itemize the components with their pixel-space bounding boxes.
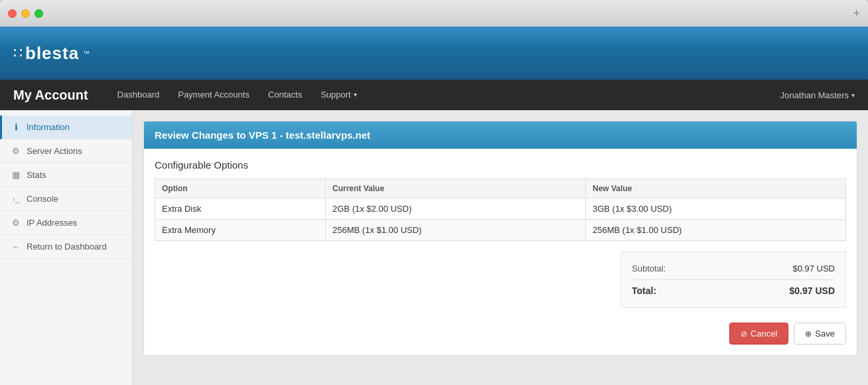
save-icon: ⊕ xyxy=(805,329,812,339)
sidebar-item-stats[interactable]: ▦ Stats xyxy=(0,163,132,187)
nav-links: Dashboard Payment Accounts Contacts Supp… xyxy=(108,80,780,110)
save-button[interactable]: ⊕ Save xyxy=(794,323,846,345)
new-value: 3GB (1x $3.00 USD) xyxy=(586,198,846,220)
sidebar-item-ip-addresses[interactable]: ⚙ IP Addresses xyxy=(0,211,132,235)
col-current-value: Current Value xyxy=(326,179,586,198)
cancel-label: Cancel xyxy=(751,329,777,339)
new-tab-button[interactable]: + xyxy=(853,7,860,19)
app-header: ∷ blesta™ xyxy=(0,27,868,80)
sidebar-item-return-dashboard[interactable]: ← Return to Dashboard xyxy=(0,235,132,259)
support-dropdown-arrow: ▾ xyxy=(354,80,357,110)
sidebar-label-server-actions: Server Actions xyxy=(27,146,82,156)
user-menu[interactable]: Jonathan Masters ▾ xyxy=(780,90,855,100)
subtotal-label: Subtotal: xyxy=(632,264,666,273)
nav-item-dashboard[interactable]: Dashboard xyxy=(108,80,169,110)
back-arrow-icon: ← xyxy=(11,242,21,252)
main-card: Review Changes to VPS 1 - test.stellarvp… xyxy=(143,121,857,356)
totals-section: Subtotal: $0.97 USD Total: $0.97 USD xyxy=(155,252,846,317)
sidebar-label-stats: Stats xyxy=(27,170,46,180)
sidebar-label-ip-addresses: IP Addresses xyxy=(27,218,77,228)
sidebar-item-server-actions[interactable]: ⚙ Server Actions xyxy=(0,139,132,163)
nav-bar: My Account Dashboard Payment Accounts Co… xyxy=(0,80,868,110)
nav-item-contacts[interactable]: Contacts xyxy=(259,80,311,110)
sidebar-label-information: Information xyxy=(27,122,70,132)
page-title: My Account xyxy=(13,88,88,103)
sidebar-item-information[interactable]: ℹ Information xyxy=(0,116,132,139)
sidebar-label-console: Console xyxy=(27,194,58,204)
card-body: Configurable Options Option Current Valu… xyxy=(144,149,857,355)
close-button[interactable] xyxy=(8,9,17,18)
sidebar-label-return-dashboard: Return to Dashboard xyxy=(27,242,107,252)
total-row: Total: $0.97 USD xyxy=(632,279,835,299)
col-option: Option xyxy=(155,179,326,198)
main-content: Review Changes to VPS 1 - test.stellarvp… xyxy=(133,110,868,385)
maximize-button[interactable] xyxy=(35,9,43,18)
option-name: Extra Disk xyxy=(155,198,326,220)
sidebar: ℹ Information ⚙ Server Actions ▦ Stats ›… xyxy=(0,110,133,385)
sidebar-item-console[interactable]: ›_ Console xyxy=(0,187,132,211)
traffic-lights xyxy=(8,9,43,18)
table-row: Extra Memory 256MB (1x $1.00 USD) 256MB … xyxy=(155,220,846,241)
option-name: Extra Memory xyxy=(155,220,326,241)
button-row: ⊘ Cancel ⊕ Save xyxy=(155,317,846,345)
section-title: Configurable Options xyxy=(155,159,846,171)
ip-icon: ⚙ xyxy=(11,218,21,228)
stats-icon: ▦ xyxy=(11,170,21,180)
nav-item-payment-accounts[interactable]: Payment Accounts xyxy=(169,80,259,110)
window-chrome: + xyxy=(0,0,868,27)
new-value: 256MB (1x $1.00 USD) xyxy=(586,220,846,241)
content-area: ℹ Information ⚙ Server Actions ▦ Stats ›… xyxy=(0,110,868,385)
logo-icon: ∷ xyxy=(13,44,21,62)
minimize-button[interactable] xyxy=(21,9,30,18)
subtotal-value: $0.97 USD xyxy=(792,264,835,273)
subtotal-row: Subtotal: $0.97 USD xyxy=(632,260,835,277)
cancel-button[interactable]: ⊘ Cancel xyxy=(729,323,788,345)
total-label: Total: xyxy=(632,285,656,296)
info-icon: ℹ xyxy=(11,122,21,132)
total-value: $0.97 USD xyxy=(790,285,835,296)
nav-item-support[interactable]: Support ▾ xyxy=(311,80,366,110)
current-value: 2GB (1x $2.00 USD) xyxy=(326,198,586,220)
logo-text: blesta xyxy=(25,43,79,64)
current-value: 256MB (1x $1.00 USD) xyxy=(326,220,586,241)
card-title: Review Changes to VPS 1 - test.stellarvp… xyxy=(155,129,370,141)
console-icon: ›_ xyxy=(11,195,21,203)
main-window: ∷ blesta™ My Account Dashboard Payment A… xyxy=(0,27,868,385)
logo-tm: ™ xyxy=(83,50,90,57)
user-name: Jonathan Masters xyxy=(780,90,849,100)
table-row: Extra Disk 2GB (1x $2.00 USD) 3GB (1x $3… xyxy=(155,198,846,220)
col-new-value: New Value xyxy=(586,179,846,198)
options-table: Option Current Value New Value Extra Dis… xyxy=(155,179,846,241)
save-label: Save xyxy=(815,329,835,339)
user-dropdown-arrow: ▾ xyxy=(851,92,855,99)
gear-icon: ⚙ xyxy=(11,146,21,156)
cancel-icon: ⊘ xyxy=(741,329,747,339)
totals-box: Subtotal: $0.97 USD Total: $0.97 USD xyxy=(620,252,846,308)
card-header: Review Changes to VPS 1 - test.stellarvp… xyxy=(144,121,857,149)
logo: ∷ blesta™ xyxy=(13,43,90,64)
